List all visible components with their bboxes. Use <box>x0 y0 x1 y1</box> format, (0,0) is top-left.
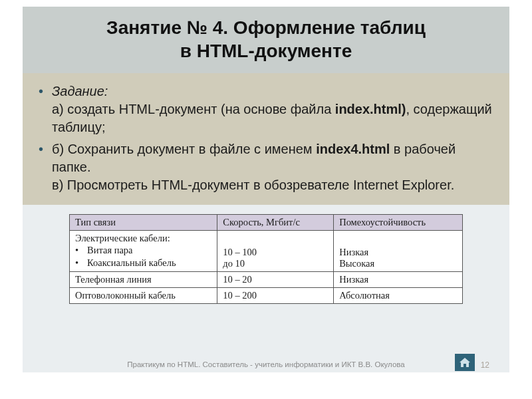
task-b-prefix: б) Сохранить документ в файле с именем <box>52 142 316 156</box>
table-row: Телефонная линия 10 – 20 Низкая <box>70 271 463 287</box>
title-line-2: в HTML-документе <box>180 41 352 61</box>
task-c: в) Просмотреть HTML-документ в обозреват… <box>52 178 454 192</box>
cell-noise: Абсолютная <box>334 287 463 303</box>
bullet-2: б) Сохранить документ в файле с именем i… <box>52 140 492 194</box>
slide-footer: Практикум по HTML. Составитель - учитель… <box>23 360 509 368</box>
cell-type-main: Электрические кабели: <box>75 233 170 243</box>
table-header-row: Тип связи Скорость, Мгбит/с Помехоустойч… <box>70 215 463 231</box>
table-row: Электрические кабели: •Витая пара •Коакс… <box>70 231 463 272</box>
th-noise: Помехоустойчивость <box>334 215 463 231</box>
slide-title: Занятие № 4. Оформление таблиц в HTML-до… <box>23 7 509 73</box>
task-a-bold: index.html) <box>335 102 406 116</box>
page-number: 12 <box>481 360 489 370</box>
task-b-bold: index4.html <box>316 142 390 156</box>
cell-type-item: Коаксиальный кабель <box>87 257 176 268</box>
house-icon <box>459 357 471 368</box>
cell-speed: 10 – 200 <box>217 287 334 303</box>
th-type: Тип связи <box>70 215 217 231</box>
slide-body: Задание: а) создать HTML-документ (на ос… <box>23 73 509 205</box>
cell-noise: Низкая <box>334 271 463 287</box>
home-button[interactable] <box>455 354 475 371</box>
th-speed: Скорость, Мгбит/с <box>217 215 334 231</box>
example-table-wrap: Тип связи Скорость, Мгбит/с Помехоустойч… <box>23 205 509 304</box>
task-label: Задание <box>52 84 104 98</box>
cell-type: Телефонная линия <box>70 271 217 287</box>
cell-type: Электрические кабели: •Витая пара •Коакс… <box>70 231 217 272</box>
cell-speed: 10 – 20 <box>217 271 334 287</box>
title-line-1: Занятие № 4. Оформление таблиц <box>106 17 426 38</box>
task-a-prefix: а) создать HTML-документ (на основе файл… <box>52 102 335 116</box>
slide: Занятие № 4. Оформление таблиц в HTML-до… <box>23 7 509 372</box>
table-row: Оптоволоконный кабель 10 – 200 Абсолютна… <box>70 287 463 303</box>
example-table: Тип связи Скорость, Мгбит/с Помехоустойч… <box>69 214 463 304</box>
cell-noise: Низкая Высокая <box>334 231 463 272</box>
bullet-1: Задание: а) создать HTML-документ (на ос… <box>52 82 492 136</box>
cell-type: Оптоволоконный кабель <box>70 287 217 303</box>
cell-speed: 10 – 100 до 10 <box>217 231 334 272</box>
cell-type-item: Витая пара <box>87 245 133 255</box>
